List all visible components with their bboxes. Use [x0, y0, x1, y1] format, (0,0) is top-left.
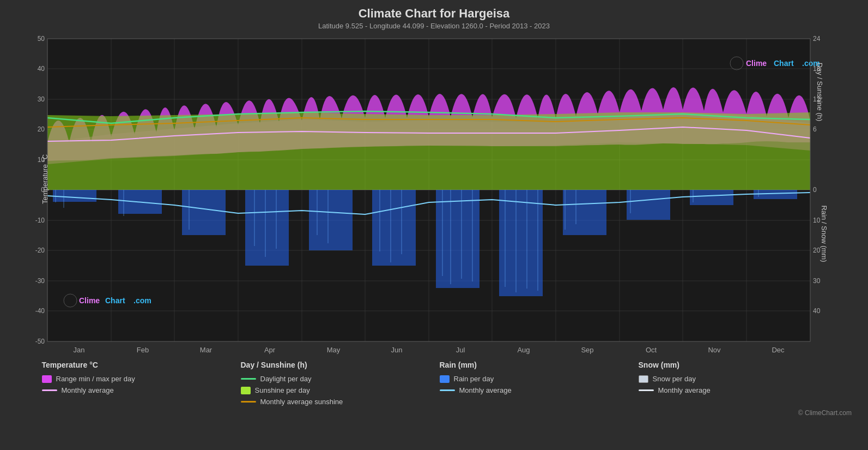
- svg-text:Chart: Chart: [105, 296, 125, 305]
- legend-col-rain: Rain (mm) Rain per day Monthly average: [434, 357, 633, 409]
- snow-swatch: [639, 375, 648, 383]
- sunshine-swatch: [241, 387, 251, 394]
- y-axis-right-rain-label: Rain / Snow (mm): [820, 205, 828, 262]
- legend-rain-title: Rain (mm): [440, 361, 628, 369]
- daylight-label: Daylight per day: [260, 375, 312, 383]
- svg-rect-68: [563, 190, 606, 235]
- svg-text:Aug: Aug: [517, 346, 530, 354]
- svg-text:-40: -40: [35, 307, 45, 315]
- snow-avg-label: Monthly average: [658, 386, 711, 394]
- svg-rect-64: [309, 190, 353, 250]
- temp-range-swatch: [42, 375, 52, 383]
- main-container: Climate Chart for Hargeisa Latitude 9.52…: [0, 0, 868, 450]
- svg-text:40: 40: [37, 65, 45, 73]
- svg-text:30: 30: [813, 277, 821, 285]
- legend-col-sunshine: Day / Sunshine (h) Daylight per day Suns…: [235, 357, 434, 409]
- svg-text:Jul: Jul: [456, 346, 465, 354]
- svg-text:Apr: Apr: [264, 346, 275, 354]
- svg-text:-50: -50: [35, 338, 45, 345]
- svg-text:20: 20: [813, 247, 821, 254]
- svg-text:Oct: Oct: [645, 346, 657, 354]
- legend-area: Temperature °C Range min / max per day M…: [31, 357, 837, 409]
- svg-text:-30: -30: [35, 277, 45, 285]
- daylight-line: [241, 378, 256, 380]
- svg-text:0: 0: [813, 186, 817, 194]
- svg-rect-67: [499, 190, 543, 296]
- legend-snow-per-day: Snow per day: [639, 375, 827, 383]
- legend-sunshine-per-day: Sunshine per day: [241, 386, 429, 394]
- rain-avg-label: Monthly average: [459, 386, 512, 394]
- sunshine-avg-line: [241, 401, 256, 403]
- sunshine-avg-label: Monthly average sunshine: [260, 398, 343, 406]
- svg-text:20: 20: [37, 125, 45, 133]
- svg-rect-65: [372, 190, 416, 266]
- bottom-bar: © ClimeChart.com: [0, 409, 868, 419]
- svg-text:Jan: Jan: [73, 346, 84, 354]
- sunshine-per-day-label: Sunshine per day: [255, 386, 310, 394]
- snow-avg-line: [639, 389, 654, 391]
- temp-avg-label: Monthly average: [62, 386, 114, 394]
- svg-text:24: 24: [813, 35, 821, 43]
- svg-text:10: 10: [813, 217, 821, 224]
- rain-avg-line: [440, 389, 455, 391]
- svg-text:30: 30: [37, 95, 45, 103]
- legend-snow-avg: Monthly average: [639, 386, 827, 394]
- svg-text:50: 50: [37, 35, 45, 43]
- snow-per-day-label: Snow per day: [653, 375, 696, 383]
- temp-range-label: Range min / max per day: [56, 375, 135, 383]
- climate-chart: 50 40 30 20 10 0 -10 -20 -30 -40 -50 24 …: [15, 33, 854, 355]
- svg-text:Sep: Sep: [581, 346, 593, 354]
- legend-temp-avg: Monthly average: [42, 386, 230, 394]
- legend-snow-title: Snow (mm): [639, 361, 827, 369]
- svg-text:Feb: Feb: [136, 346, 148, 354]
- svg-text:May: May: [326, 346, 340, 354]
- svg-text:.com: .com: [133, 296, 151, 305]
- svg-rect-69: [627, 190, 670, 220]
- svg-rect-70: [690, 190, 733, 205]
- y-axis-left-label: Temperature °C: [41, 154, 49, 204]
- svg-text:Chart: Chart: [774, 59, 794, 68]
- legend-daylight: Daylight per day: [241, 375, 429, 383]
- svg-rect-63: [245, 190, 289, 266]
- svg-text:Nov: Nov: [708, 346, 721, 354]
- legend-sunshine-avg: Monthly average sunshine: [241, 398, 429, 406]
- svg-text:Clime: Clime: [79, 296, 100, 305]
- svg-rect-60: [53, 190, 96, 202]
- y-axis-right-sunshine-label: Day / Sunshine (h): [816, 63, 824, 122]
- legend-col-temperature: Temperature °C Range min / max per day M…: [37, 357, 235, 409]
- legend-rain-per-day: Rain per day: [440, 375, 628, 383]
- svg-text:Clime: Clime: [746, 59, 767, 68]
- legend-temperature-title: Temperature °C: [42, 361, 230, 369]
- svg-rect-71: [754, 190, 797, 199]
- chart-title: Climate Chart for Hargeisa: [359, 7, 510, 21]
- chart-subtitle: Latitude 9.525 - Longitude 44.099 - Elev…: [318, 22, 550, 30]
- svg-text:-20: -20: [35, 247, 45, 254]
- rain-swatch: [440, 375, 450, 383]
- svg-text:Dec: Dec: [772, 346, 785, 354]
- legend-sunshine-title: Day / Sunshine (h): [241, 361, 429, 369]
- svg-text:6: 6: [813, 125, 817, 133]
- svg-text:-10: -10: [35, 217, 45, 224]
- svg-text:40: 40: [813, 307, 821, 315]
- rain-per-day-label: Rain per day: [454, 375, 494, 383]
- temp-avg-line: [42, 389, 57, 391]
- legend-rain-avg: Monthly average: [440, 386, 628, 394]
- legend-col-snow: Snow (mm) Snow per day Monthly average: [633, 357, 832, 409]
- svg-text:Mar: Mar: [199, 346, 212, 354]
- svg-text:Jun: Jun: [391, 346, 402, 354]
- svg-rect-62: [182, 190, 226, 235]
- copyright-text: © ClimeChart.com: [798, 409, 852, 417]
- legend-temp-range: Range min / max per day: [42, 375, 230, 383]
